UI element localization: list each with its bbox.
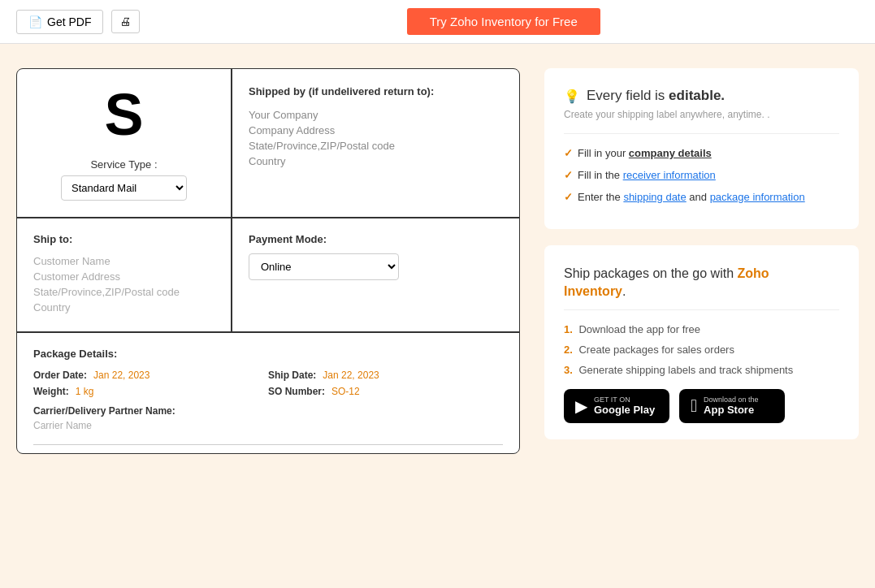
editable-subtitle: Create your shipping label anywhere, any…	[564, 109, 839, 120]
check-icon-1: ✓	[564, 147, 573, 159]
app-store-big: App Store	[704, 404, 759, 416]
carrier-name-value: Carrier Name	[33, 420, 503, 431]
label-shipped-section: Shipped by (if undelivered return to): Y…	[232, 69, 519, 217]
google-play-small: GET IT ON	[594, 396, 655, 404]
info-step-3: ✓ Enter the shipping date and package in…	[564, 191, 839, 203]
weight-label: Weight:	[33, 386, 69, 397]
pdf-icon: 📄	[28, 15, 42, 28]
right-panel: 💡 Every field is editable. Create your s…	[520, 68, 859, 454]
payment-mode-label: Payment Mode:	[249, 233, 327, 245]
google-play-icon: ▶	[575, 396, 587, 416]
ship-step-1: 1. Download the app for free	[564, 323, 839, 335]
print-button[interactable]: 🖨	[111, 10, 140, 33]
ship-date-row: Ship Date: Jan 22, 2023	[268, 370, 503, 381]
cta-button[interactable]: Try Zoho Inventory for Free	[407, 8, 600, 35]
label-header: S Service Type : Standard Mail Express E…	[17, 69, 519, 218]
bulb-icon: 💡	[564, 89, 580, 104]
shipped-by-title: Shipped by (if undelivered return to):	[249, 85, 503, 97]
editable-strong: editable.	[669, 88, 725, 103]
info-step-1: ✓ Fill in your company details	[564, 147, 839, 159]
weight-row: Weight: 1 kg	[33, 386, 268, 397]
label-logo-section: S Service Type : Standard Mail Express E…	[17, 69, 232, 217]
service-type-label: Service Type :	[90, 158, 157, 171]
company-logo: S	[104, 85, 143, 144]
package-details-section: Package Details: Order Date: Jan 22, 202…	[17, 333, 519, 453]
carrier-label: Carrier/Delivery Partner Name:	[33, 405, 175, 417]
service-type-select[interactable]: Standard Mail Express Economy	[61, 175, 187, 201]
label-card: S Service Type : Standard Mail Express E…	[16, 68, 520, 454]
ship-divider	[564, 309, 839, 310]
shipped-address: Company Address	[249, 124, 503, 136]
app-buttons: ▶ GET IT ON Google Play  Download on th…	[564, 389, 839, 423]
shipped-state-zip: State/Province,ZIP/Postal code	[249, 140, 503, 152]
ship-step-2: 2. Create packages for sales orders	[564, 344, 839, 356]
order-date-value: Jan 22, 2023	[93, 370, 149, 381]
google-play-button[interactable]: ▶ GET IT ON Google Play	[564, 389, 669, 423]
step-2-link: receiver information	[623, 169, 716, 181]
step-text-3: Generate shipping labels and track shipm…	[578, 364, 793, 376]
step-3-link-date: shipping date	[623, 191, 686, 203]
shipped-company: Your Company	[249, 109, 503, 121]
carrier-row: Carrier/Delivery Partner Name:	[33, 405, 503, 417]
order-date-label: Order Date:	[33, 370, 87, 381]
package-details-title: Package Details:	[33, 348, 503, 360]
google-play-text: GET IT ON Google Play	[594, 396, 655, 416]
step-1-text: Fill in your company details	[578, 147, 712, 159]
check-icon-3: ✓	[564, 191, 573, 203]
customer-country: Country	[33, 301, 214, 313]
weight-value: 1 kg	[76, 386, 94, 397]
customer-address: Customer Address	[33, 270, 214, 283]
ship-steps-list: 1. Download the app for free 2. Create p…	[564, 323, 839, 376]
step-2-text: Fill in the receiver information	[578, 169, 716, 181]
info-divider	[564, 133, 839, 134]
check-icon-2: ✓	[564, 169, 573, 181]
pkg-divider	[33, 444, 503, 445]
so-number-label: SO Number:	[268, 386, 325, 397]
step-1-highlight: company details	[629, 147, 712, 159]
app-store-small: Download on the	[704, 396, 759, 404]
order-date-row: Order Date: Jan 22, 2023	[33, 370, 268, 381]
label-body: Ship to: Customer Name Customer Address …	[17, 218, 519, 333]
get-pdf-label: Get PDF	[47, 15, 91, 28]
main-content: S Service Type : Standard Mail Express E…	[0, 44, 875, 478]
ship-card-title: Ship packages on the go with ZohoInvento…	[564, 265, 839, 301]
step-3-text: Enter the shipping date and package info…	[578, 191, 805, 203]
so-number-value: SO-12	[331, 386, 360, 397]
step-3-link-pkg: package information	[710, 191, 805, 203]
step-text-1: Download the app for free	[578, 323, 700, 335]
step-num-2: 2.	[564, 344, 573, 356]
ship-to-section: Ship to: Customer Name Customer Address …	[17, 218, 232, 331]
zoho-brand: ZohoInventory	[564, 266, 769, 298]
editable-info-card: 💡 Every field is editable. Create your s…	[544, 68, 859, 229]
google-play-big: Google Play	[594, 404, 655, 416]
step-num-1: 1.	[564, 323, 573, 335]
app-store-button[interactable]:  Download on the App Store	[679, 389, 785, 423]
ship-date-value: Jan 22, 2023	[323, 370, 379, 381]
ship-step-3: 3. Generate shipping labels and track sh…	[564, 364, 839, 376]
get-pdf-button[interactable]: 📄 Get PDF	[16, 10, 103, 34]
package-details-grid: Order Date: Jan 22, 2023 Ship Date: Jan …	[33, 370, 503, 397]
ship-date-label: Ship Date:	[268, 370, 316, 381]
app-store-text: Download on the App Store	[704, 396, 759, 416]
info-step-2: ✓ Fill in the receiver information	[564, 169, 839, 181]
label-area: S Service Type : Standard Mail Express E…	[16, 68, 520, 454]
step-text-2: Create packages for sales orders	[578, 344, 734, 356]
editable-title: 💡 Every field is editable.	[564, 88, 839, 104]
print-icon: 🖨	[120, 15, 131, 28]
apple-icon: 	[691, 396, 697, 417]
ship-go-card: Ship packages on the go with ZohoInvento…	[544, 245, 859, 439]
shipped-country: Country	[249, 155, 503, 167]
ship-to-title: Ship to:	[33, 233, 214, 245]
customer-name: Customer Name	[33, 255, 214, 267]
editable-title-text: Every field is editable.	[587, 88, 725, 104]
customer-state-zip: State/Province,ZIP/Postal code	[33, 286, 214, 298]
payment-mode-select[interactable]: Online Cash Cheque	[249, 253, 399, 280]
so-number-row: SO Number: SO-12	[268, 386, 503, 397]
step-num-3: 3.	[564, 364, 573, 376]
top-bar: 📄 Get PDF 🖨 Try Zoho Inventory for Free	[0, 0, 875, 44]
payment-section: Payment Mode: Online Cash Cheque	[232, 218, 519, 331]
